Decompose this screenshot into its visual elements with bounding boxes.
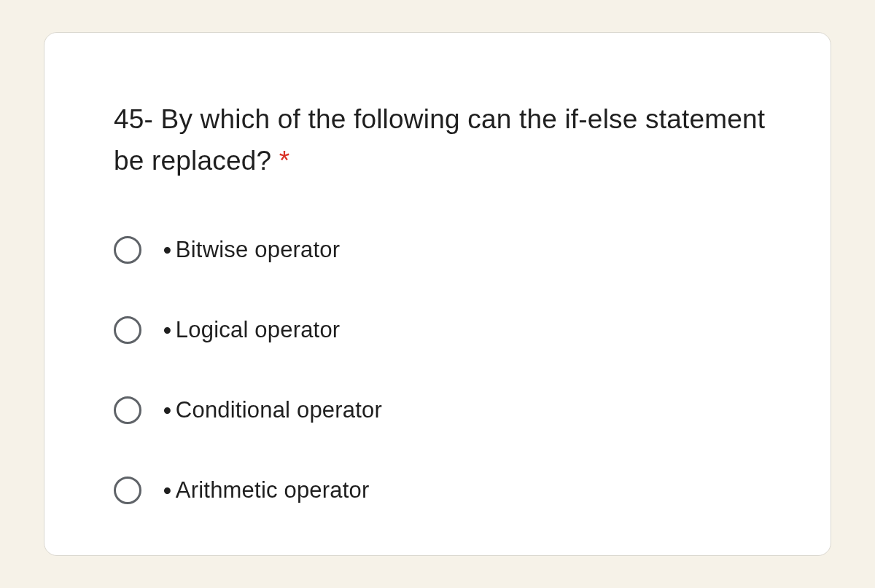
- question-text: 45- By which of the following can the if…: [114, 98, 790, 182]
- radio-icon[interactable]: [114, 236, 141, 264]
- bullet-icon: •: [163, 399, 171, 422]
- question-card: 45- By which of the following can the if…: [44, 32, 831, 557]
- option-bitwise[interactable]: • Bitwise operator: [114, 236, 790, 264]
- question-content: 45- By which of the following can the if…: [114, 104, 765, 176]
- required-marker: *: [279, 146, 290, 176]
- option-label: Bitwise operator: [176, 237, 340, 263]
- option-label: Logical operator: [176, 317, 341, 343]
- options-group: • Bitwise operator • Logical operator • …: [114, 236, 790, 504]
- radio-icon[interactable]: [114, 396, 141, 424]
- option-arithmetic[interactable]: • Arithmetic operator: [114, 477, 790, 504]
- option-label: Arithmetic operator: [176, 477, 370, 503]
- radio-icon[interactable]: [114, 477, 141, 504]
- bullet-icon: •: [163, 479, 171, 502]
- radio-icon[interactable]: [114, 316, 141, 344]
- bullet-icon: •: [163, 319, 171, 342]
- bullet-icon: •: [163, 239, 171, 262]
- option-conditional[interactable]: • Conditional operator: [114, 396, 790, 424]
- option-label: Conditional operator: [176, 397, 382, 423]
- option-logical[interactable]: • Logical operator: [114, 316, 790, 344]
